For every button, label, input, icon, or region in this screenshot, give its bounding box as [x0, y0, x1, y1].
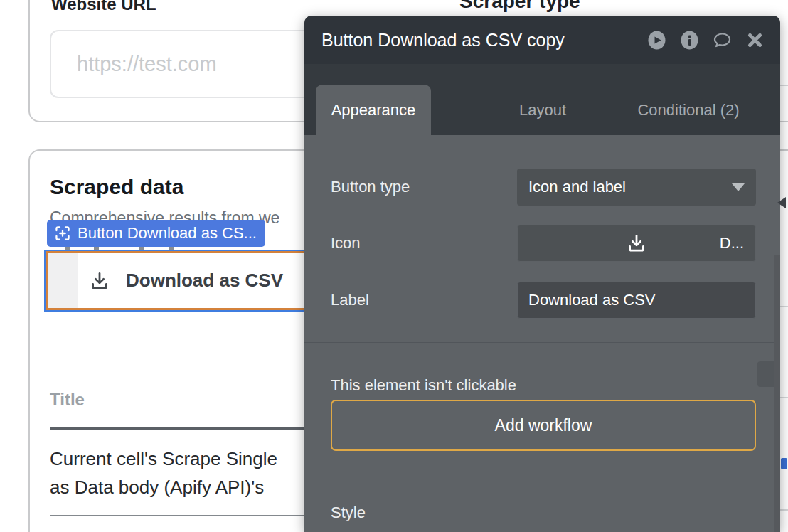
icon-picker[interactable]: D... [517, 225, 756, 262]
label-row: Label Download as CSV [331, 282, 756, 319]
panel-header[interactable]: Button Download as CSV copy [304, 16, 780, 64]
tab-layout[interactable]: Layout [489, 85, 596, 135]
button-left-padding [48, 253, 78, 308]
icon-label: Icon [331, 234, 517, 252]
label-label: Label [331, 291, 517, 309]
element-selection-badge-label: Button Download as CS... [78, 224, 257, 243]
button-type-row: Button type Icon and label [331, 169, 756, 206]
tab-conditional-label: Conditional (2) [637, 101, 739, 119]
table-cell-line2: as Data body (Apify API)'s [50, 477, 264, 499]
comment-icon[interactable] [713, 31, 732, 50]
tab-conditional[interactable]: Conditional (2) [617, 85, 760, 135]
canvas-button-label: Download as CSV [126, 270, 283, 292]
button-type-value: Icon and label [528, 178, 626, 196]
button-type-select[interactable]: Icon and label [517, 169, 756, 206]
page-edge-line [780, 306, 788, 307]
tab-appearance-label: Appearance [331, 101, 416, 119]
panel-title: Button Download as CSV copy [321, 30, 647, 50]
clipped-link-fragment [781, 458, 787, 469]
tab-appearance[interactable]: Appearance [316, 85, 431, 135]
tab-layout-label: Layout [519, 101, 566, 119]
page-edge-line [780, 85, 788, 86]
website-url-label: Website URL [51, 0, 156, 14]
table-column-header: Title [50, 390, 85, 410]
select-plus-icon [54, 225, 71, 242]
panel-body: Button type Icon and label Icon D... [304, 135, 780, 532]
page-edge-line [780, 397, 788, 398]
table-cell-line1: Current cell's Scrape Single [50, 448, 277, 470]
website-url-placeholder: https://test.com [77, 53, 217, 76]
chevron-down-icon [732, 183, 745, 191]
style-section-label: Style [331, 504, 366, 522]
info-icon[interactable] [680, 31, 699, 50]
panel-tabbar: Appearance Layout Conditional (2) [304, 64, 780, 135]
element-selection-badge[interactable]: Button Download as CS... [47, 220, 265, 247]
panel-scrollbar[interactable] [774, 255, 780, 532]
scraper-type-label: Scraper type [459, 0, 580, 13]
clickable-row: This element isn't clickable [331, 367, 756, 404]
label-input-value: Download as CSV [528, 291, 656, 309]
property-editor-panel: Button Download as CSV copy Appea [304, 16, 780, 532]
icon-name-truncated: D... [720, 234, 744, 252]
section-divider [304, 342, 780, 343]
clickable-label: This element isn't clickable [331, 376, 756, 395]
page-edge-line [780, 509, 788, 511]
download-icon [626, 233, 647, 254]
close-icon[interactable] [745, 31, 765, 50]
section-divider [304, 474, 780, 474]
add-workflow-button[interactable]: Add workflow [331, 400, 756, 451]
add-workflow-label: Add workflow [495, 416, 592, 435]
download-icon [89, 270, 110, 292]
scraped-data-title: Scraped data [50, 175, 183, 199]
run-workflow-icon[interactable] [647, 31, 666, 50]
label-input[interactable]: Download as CSV [517, 282, 756, 319]
button-type-label: Button type [331, 178, 517, 196]
icon-row: Icon D... [331, 225, 756, 262]
